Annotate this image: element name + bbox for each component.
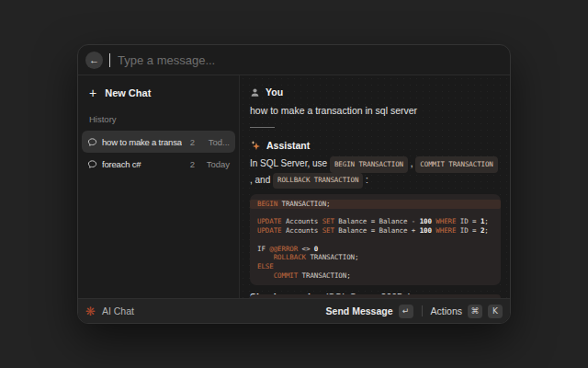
k-key-badge: K xyxy=(488,305,503,318)
back-button[interactable]: ← xyxy=(85,52,103,69)
sidebar: + New Chat History how to make a transa.… xyxy=(78,75,240,298)
message-input-bar: ← Type a message... xyxy=(78,45,510,75)
text-cursor xyxy=(109,53,110,67)
cmd-key-badge: ⌘ xyxy=(468,305,482,318)
user-message-header: You xyxy=(250,86,501,98)
message-input[interactable]: Type a message... xyxy=(118,53,215,67)
inline-code: BEGIN TRANSACTION xyxy=(330,156,408,173)
ai-chat-window: ← Type a message... + New Chat History h… xyxy=(77,44,511,324)
code-line: BEGIN TRANSACTION; xyxy=(250,200,501,209)
history-item-date: Today xyxy=(206,159,230,169)
app-name: AI Chat xyxy=(102,305,134,316)
user-message-text: how to make a transaction in sql server xyxy=(250,105,501,116)
inline-code: ROLLBACK TRANSACTION xyxy=(273,173,363,190)
send-message-button[interactable]: Send Message xyxy=(326,305,393,316)
code-line: IF @@ERROR <> 0 xyxy=(257,245,493,254)
app-logo-icon: ❋ xyxy=(85,305,96,317)
code-line: COMMIT TRANSACTION; xyxy=(257,271,493,281)
code-line xyxy=(257,209,493,218)
new-chat-label: New Chat xyxy=(105,87,151,98)
assistant-intro-text: In SQL Server, use BEGIN TRANSACTION , C… xyxy=(250,156,501,189)
app-identity: ❋ AI Chat xyxy=(85,305,134,317)
window-body: + New Chat History how to make a transa.… xyxy=(78,75,510,298)
footer-actions: Send Message ↵ Actions ⌘ K xyxy=(326,305,503,318)
history-item-count: 2 xyxy=(190,137,195,147)
history-heading: History xyxy=(89,114,228,124)
enter-key-badge: ↵ xyxy=(399,305,413,318)
code-line xyxy=(257,236,493,245)
user-avatar-icon xyxy=(250,87,260,98)
sql-code-block: BEGIN TRANSACTION; UPDATE Accounts SET B… xyxy=(250,194,501,285)
history-item-foreach-csharp[interactable]: foreach c# 2 Today xyxy=(82,153,235,175)
chat-bubble-icon xyxy=(87,159,97,169)
assistant-message-header: Assistant xyxy=(250,140,501,151)
inline-code: COMMIT TRANSACTION xyxy=(415,156,497,173)
history-item-date: Tod... xyxy=(206,137,230,147)
history-item-count: 2 xyxy=(190,159,195,169)
history-item-sql-transaction[interactable]: how to make a transa... 2 Tod... xyxy=(82,131,235,153)
chat-bubble-icon xyxy=(87,137,97,147)
footer-divider xyxy=(422,305,423,316)
assistant-role-label: Assistant xyxy=(266,140,310,151)
next-code-block-partial xyxy=(250,294,501,298)
status-bar: ❋ AI Chat Send Message ↵ Actions ⌘ K xyxy=(78,298,510,323)
back-arrow-icon: ← xyxy=(89,52,99,69)
code-line: UPDATE Accounts SET Balance = Balance - … xyxy=(257,217,493,226)
chat-transcript: You how to make a transaction in sql ser… xyxy=(240,75,510,298)
code-line: ROLLBACK TRANSACTION; xyxy=(257,253,493,262)
desktop-background: ← Type a message... + New Chat History h… xyxy=(0,0,588,368)
sparkle-icon xyxy=(250,140,261,151)
history-item-title: how to make a transa... xyxy=(102,137,182,147)
code-line: UPDATE Accounts SET Balance = Balance + … xyxy=(257,226,493,236)
code-line: ELSE xyxy=(257,262,493,271)
plus-icon: + xyxy=(89,87,96,98)
user-role-label: You xyxy=(266,86,283,98)
message-divider xyxy=(250,127,275,128)
new-chat-button[interactable]: + New Chat xyxy=(82,85,235,101)
actions-button[interactable]: Actions xyxy=(431,305,462,316)
history-item-title: foreach c# xyxy=(102,159,182,169)
